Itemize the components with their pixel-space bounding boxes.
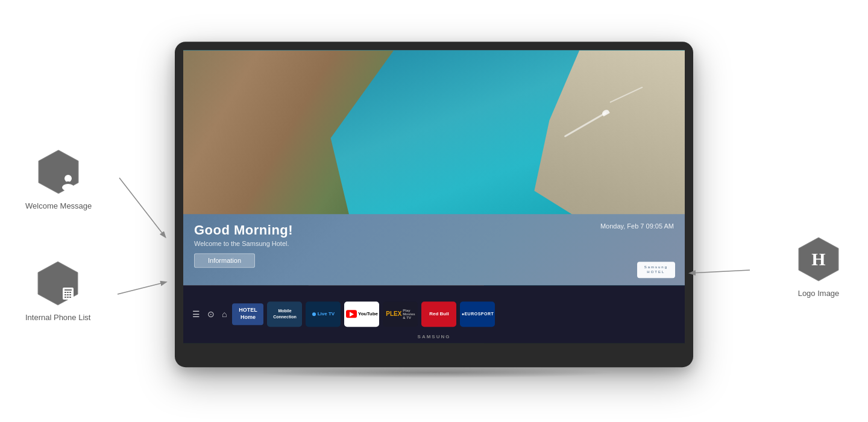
internal-phone-annotation: Internal Phone List <box>25 259 90 323</box>
greeting-text: Good Morning! <box>194 222 600 238</box>
svg-rect-11 <box>64 289 72 291</box>
tv-frame: Good Morning! Welcome to the Samsung Hot… <box>175 42 693 367</box>
samsung-brand-label: SAMSUNG <box>418 334 451 339</box>
redbull-label: Red Bull <box>429 312 448 317</box>
home-icon[interactable]: ⌂ <box>220 309 228 319</box>
welcome-message-label: Welcome Message <box>25 201 92 212</box>
eurosport-label: ●EUROSPORT <box>462 312 494 316</box>
plex-label: PLEX <box>386 311 401 318</box>
hotel-home-line2: Home <box>241 314 256 320</box>
logo-line2: HOTEL <box>644 270 668 274</box>
welcome-message-annotation: Welcome Message <box>25 148 92 212</box>
svg-rect-16 <box>67 294 69 295</box>
mobile-connection-tile[interactable]: MobileConnection <box>267 301 302 327</box>
svg-line-2 <box>690 270 750 273</box>
logo-image-label: Logo Image <box>798 288 840 299</box>
hotel-ui-overlay: Good Morning! Welcome to the Samsung Hot… <box>183 214 685 343</box>
svg-point-6 <box>64 175 72 182</box>
logo-image-hexagon: H <box>794 235 843 283</box>
youtube-text: YouTube <box>358 312 378 317</box>
datetime-display: Monday, Feb 7 09:05 AM <box>600 222 674 230</box>
eurosport-tile[interactable]: ●EUROSPORT <box>460 301 495 327</box>
tv-shadow <box>253 367 615 378</box>
svg-rect-15 <box>64 294 66 295</box>
svg-rect-20 <box>69 297 71 298</box>
live-tv-inner: Live TV <box>312 312 335 317</box>
plex-tile[interactable]: PLEX Play Movies & TV <box>383 301 418 327</box>
hotel-home-button[interactable]: HOTEL Home <box>232 303 263 324</box>
menu-icon[interactable]: ☰ <box>190 309 202 319</box>
welcome-message-hexagon <box>34 148 83 196</box>
svg-rect-14 <box>69 292 71 293</box>
svg-rect-12 <box>64 292 66 293</box>
logo-line1: Samsung <box>644 266 668 270</box>
svg-rect-8 <box>67 181 69 183</box>
h-letter-icon: H <box>811 249 825 269</box>
svg-line-1 <box>118 282 166 294</box>
svg-rect-18 <box>64 297 66 298</box>
svg-rect-19 <box>67 297 69 298</box>
welcome-bar: Good Morning! Welcome to the Samsung Hot… <box>183 214 685 285</box>
redbull-tile[interactable]: Red Bull <box>421 301 456 327</box>
search-icon[interactable]: ⊙ <box>206 309 216 319</box>
internal-phone-list-label: Internal Phone List <box>25 312 90 323</box>
svg-rect-17 <box>69 294 71 295</box>
live-tv-tile[interactable]: Live TV <box>306 301 341 327</box>
information-button[interactable]: Information <box>194 253 255 268</box>
phone-list-hexagon <box>34 259 82 307</box>
youtube-tile[interactable]: YouTube <box>344 301 379 327</box>
live-dot <box>312 312 316 316</box>
tv-screen: Good Morning! Welcome to the Samsung Hot… <box>183 50 685 343</box>
svg-rect-13 <box>67 292 69 293</box>
tv-display: Good Morning! Welcome to the Samsung Hot… <box>175 42 693 367</box>
subtitle-text: Welcome to the Samsung Hotel. <box>194 240 600 247</box>
logo-image-annotation: H Logo Image <box>794 235 843 299</box>
samsung-hotel-logo-area: Samsung HOTEL <box>637 262 675 278</box>
svg-point-7 <box>62 184 74 191</box>
hotel-logo: Samsung HOTEL <box>644 266 668 274</box>
svg-line-0 <box>119 178 165 237</box>
plex-sublabel: Play Movies & TV <box>403 309 415 320</box>
youtube-logo: YouTube <box>346 310 378 318</box>
youtube-play-icon <box>346 310 357 318</box>
hotel-home-line1: HOTEL <box>239 307 257 313</box>
live-tv-label: Live TV <box>318 312 335 317</box>
welcome-text-area: Good Morning! Welcome to the Samsung Hot… <box>194 222 600 268</box>
